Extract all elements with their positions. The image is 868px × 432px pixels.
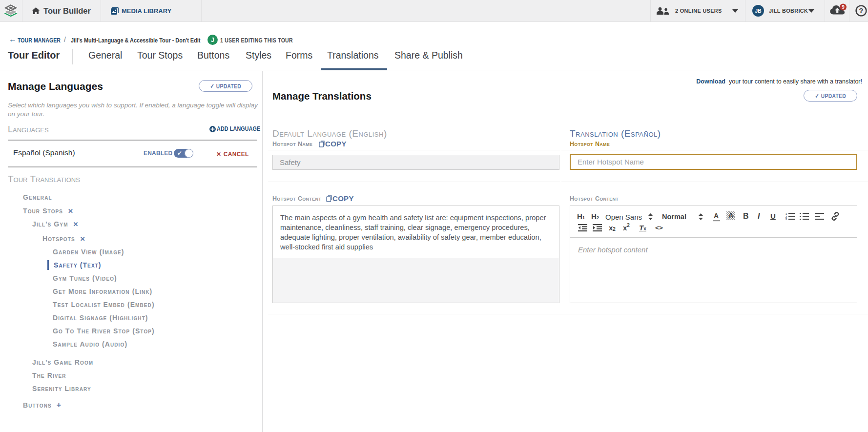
svg-text:9: 9 — [842, 4, 845, 10]
svg-text:3: 3 — [785, 218, 787, 220]
svg-text:?: ? — [859, 7, 864, 15]
